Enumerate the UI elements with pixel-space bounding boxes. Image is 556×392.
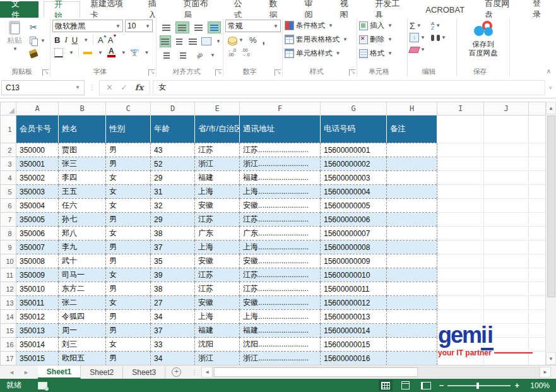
cell-F11[interactable]: 江苏........................ <box>240 268 321 282</box>
column-header-C[interactable]: C <box>106 102 151 116</box>
empty-cell[interactable] <box>437 296 484 310</box>
zoom-slider-thumb[interactable] <box>476 383 479 389</box>
table-header-F[interactable]: 通讯地址 <box>240 116 321 143</box>
font-size-select[interactable]: 10▼ <box>125 20 153 32</box>
cell-D2[interactable]: 43 <box>151 143 195 157</box>
cell-A16[interactable]: 350014 <box>16 338 59 352</box>
row-header-8[interactable]: 8 <box>1 227 16 241</box>
cell-D9[interactable]: 37 <box>151 241 195 254</box>
empty-cell[interactable] <box>484 185 529 199</box>
cell-C16[interactable]: 女 <box>106 338 151 352</box>
cell-G8[interactable]: 15600000007 <box>321 227 387 241</box>
cell-D16[interactable]: 33 <box>151 338 195 352</box>
sheet-nav-right-icon[interactable]: ► <box>23 369 29 376</box>
row-header-11[interactable]: 11 <box>1 268 16 282</box>
cell-C15[interactable]: 男 <box>106 324 151 338</box>
cell-F3[interactable]: 浙江........................ <box>240 157 321 171</box>
cell-C11[interactable]: 女 <box>106 268 151 282</box>
tab-file[interactable]: 文件 <box>0 1 38 18</box>
cell-F9[interactable]: 上海........................ <box>240 241 321 254</box>
format-painter-button[interactable] <box>30 49 48 59</box>
percent-style-button[interactable]: % <box>249 35 257 45</box>
cancel-icon[interactable]: ✕ <box>106 83 113 92</box>
empty-cell[interactable] <box>529 116 546 143</box>
empty-cell[interactable] <box>437 199 484 213</box>
cell-H13[interactable] <box>387 296 437 310</box>
cell-B16[interactable]: 刘三 <box>59 338 106 352</box>
page-break-view-button[interactable] <box>419 380 433 391</box>
table-header-D[interactable]: 年龄 <box>151 116 195 143</box>
decrease-indent-button[interactable] <box>160 49 174 61</box>
cell-A14[interactable]: 350012 <box>16 310 59 324</box>
cell-E14[interactable]: 上海 <box>195 310 240 324</box>
find-select-button[interactable]: ▼ <box>431 35 452 41</box>
cell-B11[interactable]: 司马一 <box>59 268 106 282</box>
cell-A12[interactable]: 350010 <box>16 282 59 296</box>
cell-H16[interactable] <box>387 338 437 352</box>
cell-C6[interactable]: 女 <box>106 199 151 213</box>
cell-D7[interactable]: 29 <box>151 213 195 227</box>
row-header-3[interactable]: 3 <box>1 157 16 171</box>
number-format-select[interactable]: 常规▼ <box>225 20 281 32</box>
scroll-up-icon[interactable]: ▲ <box>546 102 556 114</box>
cell-E5[interactable]: 上海 <box>195 185 240 199</box>
cell-A7[interactable]: 350005 <box>16 213 59 227</box>
row-header-10[interactable]: 10 <box>1 254 16 268</box>
macro-record-icon[interactable] <box>38 382 47 389</box>
cell-B8[interactable]: 郑八 <box>59 227 106 241</box>
column-header-G[interactable]: G <box>321 102 387 116</box>
cell-B15[interactable]: 周一 <box>59 324 106 338</box>
cell-B4[interactable]: 李四 <box>59 171 106 185</box>
cell-H14[interactable] <box>387 310 437 324</box>
cell-A15[interactable]: 350013 <box>16 324 59 338</box>
cell-E13[interactable]: 安徽 <box>195 296 240 310</box>
insert-cells-button[interactable]: 插入▼ <box>359 20 405 32</box>
vertical-scroll-thumb[interactable] <box>547 116 555 297</box>
cell-H9[interactable] <box>387 241 437 254</box>
table-header-H[interactable]: 备注 <box>387 116 437 143</box>
empty-cell[interactable] <box>484 254 529 268</box>
cell-H8[interactable] <box>387 227 437 241</box>
accounting-format-button[interactable]: ▼ <box>228 37 244 44</box>
align-left-button[interactable] <box>160 35 171 47</box>
empty-cell[interactable] <box>437 241 484 254</box>
column-header-partial[interactable] <box>529 102 546 116</box>
tab-插入[interactable]: 插入 <box>138 1 174 18</box>
cell-H12[interactable] <box>387 282 437 296</box>
number-dialog-launcher[interactable]: ↘ <box>275 69 281 76</box>
tab-视图[interactable]: 视图 <box>329 1 365 18</box>
cell-G16[interactable]: 15600000015 <box>321 338 387 352</box>
tab-页面布局[interactable]: 页面布局 <box>174 1 224 18</box>
cell-F10[interactable]: 安徽........................ <box>240 254 321 268</box>
column-header-F[interactable]: F <box>240 102 321 116</box>
add-sheet-button[interactable]: + <box>165 365 187 379</box>
empty-cell[interactable] <box>529 213 546 227</box>
cell-D5[interactable]: 31 <box>151 185 195 199</box>
cell-H11[interactable] <box>387 268 437 282</box>
empty-cell[interactable] <box>529 241 546 254</box>
empty-cell[interactable] <box>437 254 484 268</box>
cell-G12[interactable]: 15600000011 <box>321 282 387 296</box>
scroll-right-icon[interactable]: ► <box>540 367 551 377</box>
align-center-button[interactable] <box>174 35 185 47</box>
cell-B10[interactable]: 武十 <box>59 254 106 268</box>
login-link[interactable]: 登录 <box>525 0 556 18</box>
empty-cell[interactable] <box>437 227 484 241</box>
cell-D13[interactable]: 27 <box>151 296 195 310</box>
row-header-15[interactable]: 15 <box>1 324 16 338</box>
cell-F8[interactable]: 广东........................ <box>240 227 321 241</box>
row-header-16[interactable]: 16 <box>1 338 16 352</box>
namebox-dropdown-icon[interactable]: ▼ <box>75 85 80 90</box>
cell-H15[interactable] <box>387 324 437 338</box>
zoom-slider[interactable] <box>447 385 511 386</box>
increase-indent-button[interactable] <box>176 49 190 61</box>
cell-C14[interactable]: 男 <box>106 310 151 324</box>
cell-E15[interactable]: 福建 <box>195 324 240 338</box>
table-header-E[interactable]: 省/市/自治区 <box>195 116 240 143</box>
empty-cell[interactable] <box>529 143 546 157</box>
cell-G15[interactable]: 15600000014 <box>321 324 387 338</box>
row-header-5[interactable]: 5 <box>1 185 16 199</box>
tab-ACROBAT[interactable]: ACROBAT <box>415 1 475 18</box>
cell-D15[interactable]: 37 <box>151 324 195 338</box>
normal-view-button[interactable] <box>379 380 393 391</box>
